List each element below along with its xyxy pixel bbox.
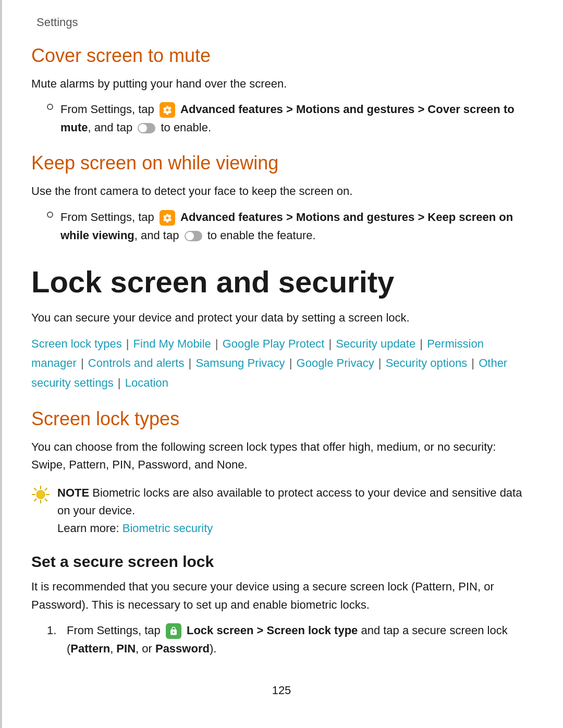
keep-screen-instruction-item: From Settings, tap Advanced features > M… xyxy=(47,208,532,244)
link-google-play-protect[interactable]: Google Play Protect xyxy=(223,337,325,350)
toggle-icon-cover xyxy=(138,123,155,133)
note-box: NOTE Biometric locks are also available … xyxy=(31,484,532,537)
keep-screen-instructions: From Settings, tap Advanced features > M… xyxy=(47,208,532,244)
sep-9: | xyxy=(468,356,478,369)
note-label: NOTE xyxy=(57,486,89,499)
keep-screen-title: Keep screen on while viewing xyxy=(31,152,532,174)
links-section: Screen lock types | Find My Mobile | Goo… xyxy=(31,334,532,392)
numbered-item-1-text: From Settings, tap Lock screen > Screen … xyxy=(67,621,532,658)
numbered-list: 1. From Settings, tap Lock screen > Scre… xyxy=(47,621,532,658)
left-border xyxy=(0,0,2,728)
learn-more-prefix: Learn more: xyxy=(57,522,123,535)
sep-6: | xyxy=(185,356,194,369)
note-icon xyxy=(31,485,50,506)
link-controls-alerts[interactable]: Controls and alerts xyxy=(88,356,185,369)
page-container: Settings Cover screen to mute Mute alarm… xyxy=(0,0,563,728)
numbered-marker-1: 1. xyxy=(47,621,65,639)
nav-path-lock: Lock screen > Screen lock type xyxy=(187,624,358,637)
option-pin: PIN xyxy=(116,642,136,655)
bullet-circle xyxy=(47,104,53,110)
option-password: Password xyxy=(155,642,210,655)
sep-2: | xyxy=(212,337,222,350)
link-screen-lock-types[interactable]: Screen lock types xyxy=(31,337,122,350)
sep-8: | xyxy=(375,356,385,369)
bullet-circle-2 xyxy=(47,212,53,218)
set-secure-lock-description: It is recommended that you secure your d… xyxy=(31,578,532,613)
keep-screen-description: Use the front camera to detect your face… xyxy=(31,182,532,200)
settings-icon-2 xyxy=(160,210,175,226)
option-pattern: Pattern xyxy=(70,642,110,655)
svg-line-7 xyxy=(45,488,47,490)
cover-screen-instructions: From Settings, tap Advanced features > M… xyxy=(47,100,532,137)
screen-lock-types-description: You can choose from the following screen… xyxy=(31,438,532,474)
link-samsung-privacy[interactable]: Samsung Privacy xyxy=(195,356,285,369)
cover-screen-title: Cover screen to mute xyxy=(31,45,532,67)
svg-point-0 xyxy=(36,490,45,499)
sep-4: | xyxy=(417,337,426,350)
toggle-icon-keep xyxy=(185,231,202,241)
link-location[interactable]: Location xyxy=(125,376,168,389)
settings-icon xyxy=(160,102,175,118)
link-security-update[interactable]: Security update xyxy=(336,337,415,350)
numbered-item-1: 1. From Settings, tap Lock screen > Scre… xyxy=(47,621,532,658)
set-secure-lock-title: Set a secure screen lock xyxy=(31,553,532,571)
lock-icon xyxy=(166,623,181,639)
note-body: Biometric locks are also available to pr… xyxy=(57,486,522,517)
sep-7: | xyxy=(286,356,296,369)
cover-screen-instruction-text: From Settings, tap Advanced features > M… xyxy=(60,100,532,137)
note-text: NOTE Biometric locks are also available … xyxy=(57,484,532,537)
link-google-privacy[interactable]: Google Privacy xyxy=(297,356,374,369)
sep-1: | xyxy=(123,337,132,350)
keep-screen-instruction-text: From Settings, tap Advanced features > M… xyxy=(60,208,532,244)
sep-5: | xyxy=(78,356,87,369)
link-biometric-security[interactable]: Biometric security xyxy=(123,522,213,535)
page-number: 125 xyxy=(31,684,532,708)
svg-line-6 xyxy=(45,499,47,501)
link-security-options[interactable]: Security options xyxy=(386,356,468,369)
breadcrumb: Settings xyxy=(31,16,532,29)
svg-line-5 xyxy=(34,488,36,490)
svg-line-8 xyxy=(34,499,36,501)
sep-3: | xyxy=(325,337,335,350)
chapter-title: Lock screen and security xyxy=(31,265,532,299)
screen-lock-types-title: Screen lock types xyxy=(31,408,532,430)
sep-10: | xyxy=(115,376,124,389)
link-find-my-mobile[interactable]: Find My Mobile xyxy=(133,337,211,350)
cover-screen-description: Mute alarms by putting your hand over th… xyxy=(31,75,532,93)
lock-screen-description: You can secure your device and protect y… xyxy=(31,309,532,327)
cover-screen-instruction-item: From Settings, tap Advanced features > M… xyxy=(47,100,532,137)
